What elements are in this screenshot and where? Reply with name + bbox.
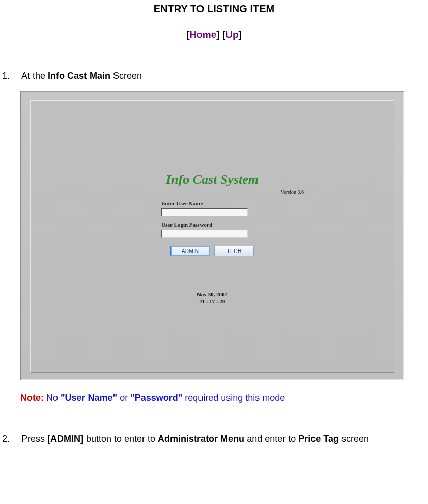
step-number: 1. — [0, 71, 21, 81]
step-text: At the Info Cast Main Screen — [21, 71, 428, 81]
text-bold: [ADMIN] — [47, 434, 83, 444]
note-text: required using this mode — [182, 393, 285, 403]
username-input[interactable] — [161, 208, 248, 216]
step-text: Press [ADMIN] button to enter to Adminis… — [21, 434, 428, 444]
app-title: Info Cast System — [31, 172, 394, 187]
text-bold: Price Tag — [298, 434, 339, 444]
date-text: Nov 30, 2007 — [31, 291, 394, 298]
text: and enter to — [244, 434, 298, 444]
note-text: or — [117, 393, 130, 403]
login-screenshot: Info Cast System Version 6.6 Enter User … — [20, 91, 404, 380]
login-form: Enter User Name User Login Password ADMI… — [161, 200, 263, 256]
username-label: Enter User Name — [161, 200, 263, 206]
password-input[interactable] — [161, 230, 248, 238]
login-panel: Info Cast System Version 6.6 Enter User … — [30, 100, 394, 373]
time-text: 11 : 17 : 29 — [31, 298, 394, 305]
text: button to enter to — [83, 434, 158, 444]
bracket-close: ] — [216, 29, 219, 40]
text: Screen — [110, 71, 142, 81]
step-2: 2. Press [ADMIN] button to enter to Admi… — [0, 434, 428, 444]
step-number: 2. — [0, 434, 21, 444]
breadcrumb: [Home] [Up] — [0, 29, 428, 40]
up-link[interactable]: Up — [225, 29, 238, 40]
version-label: Version 6.6 — [121, 189, 304, 195]
admin-button[interactable]: ADMIN — [170, 246, 210, 256]
note-prefix: Note: — [20, 393, 44, 403]
bracket-close: ] — [239, 29, 242, 40]
note-bold: "Password" — [130, 393, 182, 403]
note-bold: "User Name" — [61, 393, 117, 403]
text: At the — [21, 71, 48, 81]
text: Press — [21, 434, 47, 444]
text-bold: Administrator Menu — [158, 434, 244, 444]
text-bold: Info Cast Main — [48, 71, 110, 81]
password-label: User Login Password — [161, 221, 263, 228]
text: screen — [339, 434, 369, 444]
page-title: ENTRY TO LISTING ITEM — [0, 3, 428, 15]
home-link[interactable]: Home — [189, 29, 216, 40]
step-1: 1. At the Info Cast Main Screen — [0, 71, 428, 81]
tech-button[interactable]: TECH — [214, 246, 254, 256]
note: Note: No "User Name" or "Password" requi… — [0, 393, 428, 403]
note-text: No — [44, 393, 61, 403]
datetime-display: Nov 30, 2007 11 : 17 : 29 — [31, 291, 394, 305]
